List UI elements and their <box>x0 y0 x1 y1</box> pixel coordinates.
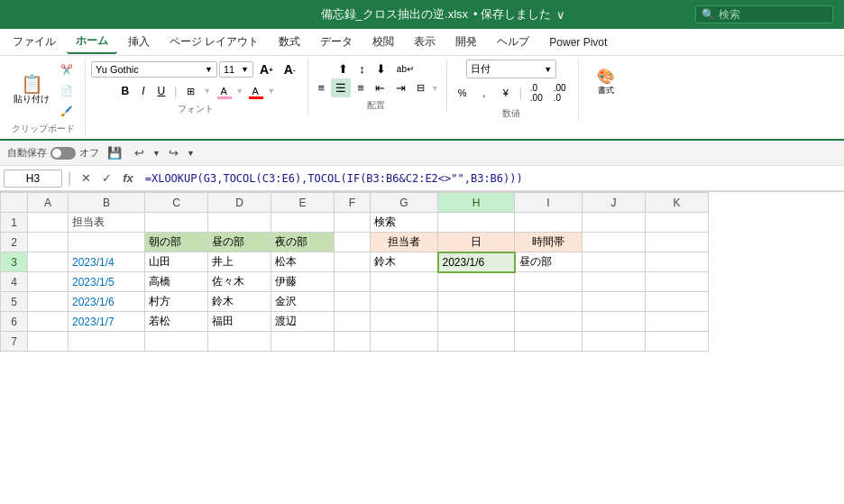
menu-data[interactable]: データ <box>311 31 362 53</box>
cell-h7[interactable] <box>438 332 515 352</box>
cell-i5[interactable] <box>515 292 583 312</box>
font-size-decrease-button[interactable]: A- <box>280 60 300 79</box>
cell-e1[interactable] <box>271 213 335 233</box>
menu-file[interactable]: ファイル <box>4 31 65 53</box>
menu-formula[interactable]: 数式 <box>270 31 309 53</box>
align-top-button[interactable]: ⬆ <box>334 60 353 78</box>
cell-ref-box[interactable]: H3 <box>4 170 62 188</box>
cell-b6[interactable]: 2023/1/7 <box>69 312 145 332</box>
cell-d6[interactable]: 福田 <box>208 312 271 332</box>
row-header-1[interactable]: 1 <box>1 213 28 233</box>
cell-b7[interactable] <box>69 332 145 352</box>
col-header-g[interactable]: G <box>371 193 438 213</box>
cell-j3[interactable] <box>583 252 646 272</box>
cell-h3[interactable]: 2023/1/6 <box>438 252 515 272</box>
cell-j6[interactable] <box>583 312 646 332</box>
number-format-box[interactable]: 日付 ▼ <box>466 60 556 78</box>
merge-button[interactable]: ⊟ <box>412 79 429 96</box>
cell-g3[interactable]: 鈴木 <box>371 252 438 272</box>
cell-k3[interactable] <box>646 252 709 272</box>
align-left-button[interactable]: ≡ <box>314 78 330 97</box>
font-name-box[interactable]: Yu Gothic ▼ <box>91 61 217 78</box>
cell-d3[interactable]: 井上 <box>208 252 271 272</box>
cell-k7[interactable] <box>646 332 709 352</box>
cell-e2[interactable]: 夜の部 <box>271 233 335 252</box>
cell-a2[interactable] <box>28 233 69 252</box>
cell-b4[interactable]: 2023/1/5 <box>69 272 145 292</box>
cell-k2[interactable] <box>646 233 709 252</box>
cell-j4[interactable] <box>583 272 646 292</box>
cell-h6[interactable] <box>438 312 515 332</box>
conditional-format-button[interactable]: 🎨 書式 <box>592 60 619 105</box>
cell-i2[interactable]: 時間帯 <box>515 233 583 252</box>
align-center-button[interactable]: ☰ <box>331 78 351 97</box>
border-button[interactable]: ⊞ <box>180 81 200 101</box>
cell-f6[interactable] <box>335 312 371 332</box>
cell-h5[interactable] <box>438 292 515 312</box>
paste-button[interactable]: 📋 貼り付け <box>9 68 54 113</box>
save-button[interactable]: 💾 <box>103 143 126 162</box>
cell-g5[interactable] <box>371 292 438 312</box>
menu-dev[interactable]: 開発 <box>446 31 486 53</box>
col-header-e[interactable]: E <box>271 193 335 213</box>
cell-a7[interactable] <box>28 332 69 352</box>
col-header-d[interactable]: D <box>208 193 271 213</box>
cell-i1[interactable] <box>515 213 583 233</box>
cell-d1[interactable] <box>208 213 271 233</box>
cell-c2[interactable]: 朝の部 <box>145 233 208 252</box>
title-dropdown[interactable]: ∨ <box>556 8 565 22</box>
row-header-6[interactable]: 6 <box>1 312 28 332</box>
cell-j5[interactable] <box>583 292 646 312</box>
redo-button[interactable]: ↪ <box>164 143 183 162</box>
decimal-inc-button[interactable]: .0.00 <box>526 80 547 105</box>
cell-a6[interactable] <box>28 312 69 332</box>
cell-f3[interactable] <box>335 252 371 272</box>
menu-home[interactable]: ホーム <box>67 30 117 54</box>
cell-a5[interactable] <box>28 292 69 312</box>
percent-button[interactable]: % <box>453 83 472 103</box>
search-input[interactable] <box>719 8 827 21</box>
menu-power-pivot[interactable]: Power Pivot <box>540 32 616 52</box>
col-header-j[interactable]: J <box>583 193 646 213</box>
cell-c7[interactable] <box>145 332 208 352</box>
indent-inc-button[interactable]: ⇥ <box>391 78 410 97</box>
italic-button[interactable]: I <box>136 83 150 99</box>
indent-dec-button[interactable]: ⇤ <box>371 78 390 97</box>
menu-page-layout[interactable]: ページ レイアウト <box>161 31 268 53</box>
row-header-4[interactable]: 4 <box>1 272 28 292</box>
row-header-7[interactable]: 7 <box>1 332 28 352</box>
redo-dropdown-icon[interactable]: ▼ <box>187 149 195 158</box>
search-box[interactable]: 🔍 <box>695 5 833 23</box>
cell-d7[interactable] <box>208 332 271 352</box>
cell-d4[interactable]: 佐々木 <box>208 272 271 292</box>
cell-b2[interactable] <box>69 233 145 252</box>
cell-c4[interactable]: 高橋 <box>145 272 208 292</box>
cell-e4[interactable]: 伊藤 <box>271 272 335 292</box>
cell-j1[interactable] <box>583 213 646 233</box>
cell-j2[interactable] <box>583 233 646 252</box>
cell-i7[interactable] <box>515 332 583 352</box>
col-header-b[interactable]: B <box>69 193 145 213</box>
cell-c3[interactable]: 山田 <box>145 252 208 272</box>
col-header-i[interactable]: I <box>515 193 583 213</box>
cell-h2[interactable]: 日 <box>438 233 515 252</box>
comma-button[interactable]: , <box>474 83 494 103</box>
cell-c1[interactable] <box>145 213 208 233</box>
font-size-box[interactable]: 11 ▼ <box>219 61 253 78</box>
currency-button[interactable]: ¥ <box>496 83 516 103</box>
col-header-c[interactable]: C <box>145 193 208 213</box>
cell-g6[interactable] <box>371 312 438 332</box>
cell-g4[interactable] <box>371 272 438 292</box>
insert-function-button[interactable]: fx <box>118 170 138 187</box>
cell-g1[interactable]: 検索 <box>371 213 438 233</box>
cell-h4[interactable] <box>438 272 515 292</box>
cell-a4[interactable] <box>28 272 69 292</box>
cut-button[interactable]: ✂️ <box>56 60 78 79</box>
undo-button[interactable]: ↩ <box>130 143 149 162</box>
cell-c6[interactable]: 若松 <box>145 312 208 332</box>
cell-d2[interactable]: 昼の部 <box>208 233 271 252</box>
undo-dropdown-icon[interactable]: ▼ <box>152 149 161 158</box>
cell-i6[interactable] <box>515 312 583 332</box>
cell-c5[interactable]: 村方 <box>145 292 208 312</box>
cell-f7[interactable] <box>335 332 371 352</box>
